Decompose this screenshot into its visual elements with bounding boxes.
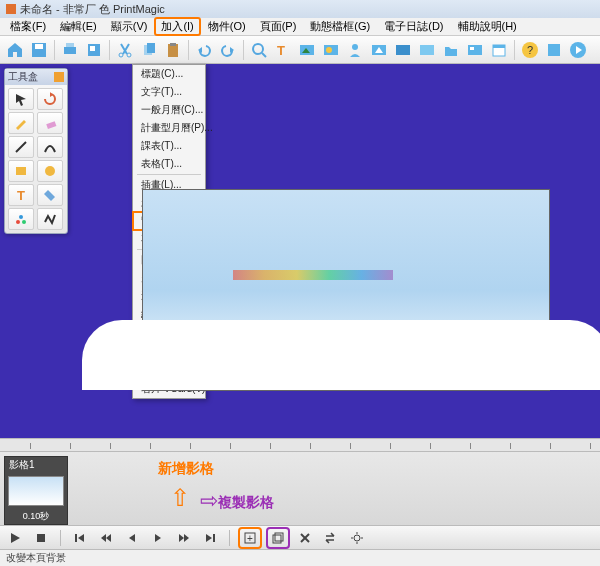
stop-button[interactable] xyxy=(32,529,50,547)
svg-marker-56 xyxy=(179,534,184,542)
tool-text[interactable]: T xyxy=(8,184,34,206)
menu-2[interactable]: 顯示(V) xyxy=(105,18,154,35)
last-button[interactable] xyxy=(201,529,219,547)
next-button[interactable] xyxy=(149,529,167,547)
first-button[interactable] xyxy=(71,529,89,547)
frame-label: 影格1 xyxy=(5,457,67,473)
svg-point-47 xyxy=(22,220,26,224)
svg-rect-33 xyxy=(548,44,560,56)
svg-text:?: ? xyxy=(527,44,533,56)
svg-rect-28 xyxy=(470,47,474,50)
home-icon[interactable] xyxy=(4,39,26,61)
redo-icon[interactable] xyxy=(217,39,239,61)
svg-line-16 xyxy=(262,53,266,57)
tool-rotate[interactable] xyxy=(37,88,63,110)
svg-point-46 xyxy=(19,215,23,219)
save-icon[interactable] xyxy=(28,39,50,61)
svg-marker-44 xyxy=(44,190,55,201)
settings-button[interactable] xyxy=(348,529,366,547)
zoom-icon[interactable] xyxy=(248,39,270,61)
user-icon[interactable] xyxy=(344,39,366,61)
menu-4[interactable]: 物件(O) xyxy=(202,18,252,35)
menu-0[interactable]: 檔案(F) xyxy=(4,18,52,35)
tool-eraser[interactable] xyxy=(37,112,63,134)
image1-icon[interactable] xyxy=(296,39,318,61)
play-button[interactable] xyxy=(6,529,24,547)
svg-point-21 xyxy=(326,47,332,53)
timeline-ruler[interactable] xyxy=(0,438,600,452)
copy-frame-button[interactable] xyxy=(268,529,288,547)
image2-icon[interactable] xyxy=(320,39,342,61)
svg-rect-6 xyxy=(90,46,95,51)
paste-icon[interactable] xyxy=(162,39,184,61)
rewind-button[interactable] xyxy=(97,529,115,547)
frame-strip: 影格1 0.10秒 新增影格 ⇧ ⇨ 複製影格 xyxy=(0,452,600,526)
pin-icon[interactable] xyxy=(54,72,64,82)
annotation-add-frame: 新增影格 xyxy=(158,460,214,478)
svg-marker-57 xyxy=(184,534,189,542)
svg-marker-0 xyxy=(8,43,22,57)
copy-icon[interactable] xyxy=(138,39,160,61)
add-frame-button[interactable]: + xyxy=(240,529,260,547)
annotation-copy-frame: 複製影格 xyxy=(218,494,274,512)
image4-icon[interactable] xyxy=(392,39,414,61)
image3-icon[interactable] xyxy=(368,39,390,61)
svg-rect-41 xyxy=(16,167,26,175)
menu-8[interactable]: 輔助說明(H) xyxy=(452,18,523,35)
menu-7[interactable]: 電子日誌(D) xyxy=(378,18,449,35)
tool-curve[interactable] xyxy=(37,136,63,158)
menu-item-4[interactable]: 課表(T)... xyxy=(133,137,205,155)
print-icon[interactable] xyxy=(59,39,81,61)
tool-fill[interactable] xyxy=(37,184,63,206)
svg-point-8 xyxy=(127,53,131,57)
prev-button[interactable] xyxy=(123,529,141,547)
toolbox-header[interactable]: 工具盒 xyxy=(5,69,67,85)
playback-bar: + xyxy=(0,526,600,550)
play-icon[interactable] xyxy=(567,39,589,61)
menu-item-3[interactable]: 計畫型月曆(P)... xyxy=(133,119,205,137)
svg-marker-54 xyxy=(129,534,135,542)
calendar-icon[interactable] xyxy=(488,39,510,61)
image5-icon[interactable] xyxy=(416,39,438,61)
svg-rect-62 xyxy=(273,535,281,543)
svg-point-66 xyxy=(354,535,360,541)
undo-icon[interactable] xyxy=(193,39,215,61)
tool-picker[interactable] xyxy=(8,208,34,230)
menu-1[interactable]: 編輯(E) xyxy=(54,18,103,35)
menu-item-0[interactable]: 標題(C)... xyxy=(133,65,205,83)
workspace: 工具盒 T 標題(C)...文字(T)...一般月曆(C)...計畫型月曆(P)… xyxy=(0,64,600,438)
menu-6[interactable]: 動態檔框(G) xyxy=(304,18,376,35)
tool-pencil[interactable] xyxy=(8,112,34,134)
menu-item-5[interactable]: 表格(T)... xyxy=(133,155,205,173)
menu-5[interactable]: 頁面(P) xyxy=(254,18,303,35)
settings-icon[interactable] xyxy=(543,39,565,61)
frame-item[interactable]: 影格1 0.10秒 xyxy=(4,456,68,525)
help-icon[interactable]: ? xyxy=(519,39,541,61)
tool-select[interactable] xyxy=(8,88,34,110)
menu-item-2[interactable]: 一般月曆(C)... xyxy=(133,101,205,119)
svg-marker-58 xyxy=(206,534,212,542)
gallery-icon[interactable] xyxy=(464,39,486,61)
title-icon[interactable]: T xyxy=(272,39,294,61)
delete-frame-button[interactable] xyxy=(296,529,314,547)
tool-circle[interactable] xyxy=(37,160,63,182)
toolbox-title: 工具盒 xyxy=(8,70,38,84)
canvas[interactable] xyxy=(142,189,550,391)
svg-point-42 xyxy=(45,166,55,176)
swap-button[interactable] xyxy=(322,529,340,547)
svg-point-22 xyxy=(352,44,358,50)
print-preview-icon[interactable] xyxy=(83,39,105,61)
svg-rect-2 xyxy=(35,44,43,49)
main-toolbar: T ? xyxy=(0,36,600,64)
folder-icon[interactable] xyxy=(440,39,462,61)
tool-line[interactable] xyxy=(8,136,34,158)
tool-polyline[interactable] xyxy=(37,208,63,230)
svg-marker-55 xyxy=(155,534,161,542)
menu-3[interactable]: 加入(I) xyxy=(155,18,199,35)
forward-button[interactable] xyxy=(175,529,193,547)
menu-item-1[interactable]: 文字(T)... xyxy=(133,83,205,101)
svg-marker-48 xyxy=(11,533,20,543)
cut-icon[interactable] xyxy=(114,39,136,61)
svg-point-15 xyxy=(253,44,263,54)
tool-rect[interactable] xyxy=(8,160,34,182)
